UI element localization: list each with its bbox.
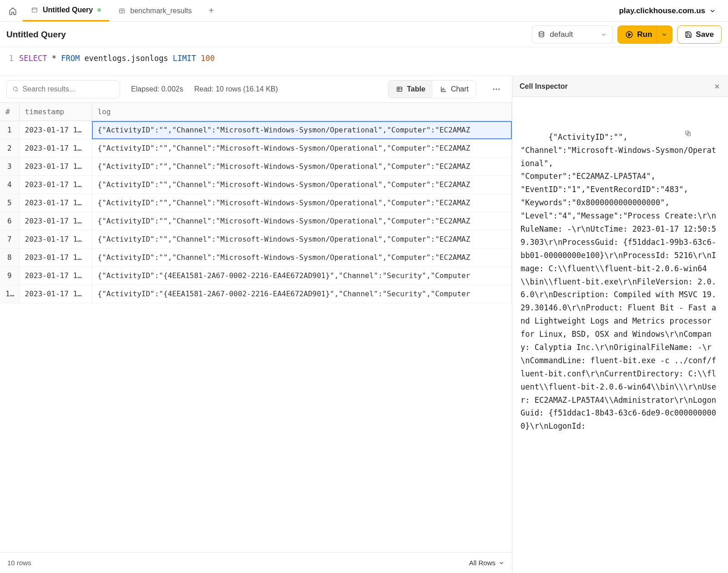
cell-log[interactable]: {"ActivityID":"","Channel":"Microsoft-Wi… (92, 212, 512, 230)
table-row[interactable]: 32023-01-17 1…{"ActivityID":"","Channel"… (0, 157, 512, 176)
play-icon (625, 30, 633, 39)
more-menu-button[interactable] (487, 80, 506, 98)
table-header-row: # timestamp log (0, 103, 512, 121)
table-row[interactable]: 92023-01-17 1…{"ActivityID":"{4EEA1581-2… (0, 267, 512, 285)
cell-timestamp[interactable]: 2023-01-17 1… (19, 194, 92, 212)
table-row[interactable]: 72023-01-17 1…{"ActivityID":"","Channel"… (0, 230, 512, 248)
home-button[interactable] (4, 2, 22, 20)
query-icon (31, 6, 38, 14)
rows-scope-select[interactable]: All Rows (469, 559, 505, 567)
row-index: 2 (0, 139, 19, 157)
col-log-header[interactable]: log (92, 103, 512, 121)
row-count: 10 rows (7, 559, 31, 567)
database-icon (538, 31, 545, 38)
table-row[interactable]: 12023-01-17 1…{"ActivityID":"","Channel"… (0, 121, 512, 139)
run-button[interactable]: Run (617, 25, 660, 44)
table-row[interactable]: 42023-01-17 1…{"ActivityID":"","Channel"… (0, 176, 512, 194)
table-row[interactable]: 82023-01-17 1…{"ActivityID":"","Channel"… (0, 248, 512, 267)
view-table-button[interactable]: Table (389, 81, 433, 98)
results-pane: Elapsed: 0.002s Read: 10 rows (16.14 KB)… (0, 76, 512, 573)
tab-strip: Untitled Query benchmark_results + play.… (0, 0, 728, 22)
search-results[interactable] (6, 80, 120, 98)
search-input[interactable] (22, 85, 114, 93)
row-index: 3 (0, 157, 19, 176)
sql-code: SELECT * FROM eventlogs.jsonlogs LIMIT 1… (19, 52, 215, 65)
cell-log[interactable]: {"ActivityID":"","Channel":"Microsoft-Wi… (92, 157, 512, 176)
chart-icon (440, 86, 447, 93)
svg-point-6 (493, 88, 495, 90)
row-index: 10 (0, 285, 19, 303)
database-select[interactable]: default (532, 25, 613, 44)
rows-scope-label: All Rows (469, 559, 495, 567)
tab-label: benchmark_results (130, 7, 192, 15)
cell-log[interactable]: {"ActivityID":"","Channel":"Microsoft-Wi… (92, 248, 512, 267)
table-row[interactable]: 52023-01-17 1…{"ActivityID":"","Channel"… (0, 194, 512, 212)
svg-point-8 (498, 88, 500, 90)
chevron-down-icon (498, 560, 505, 566)
row-index: 5 (0, 194, 19, 212)
cell-log[interactable]: {"ActivityID":"{4EEA1581-2A67-0002-2216-… (92, 267, 512, 285)
run-dropdown[interactable] (656, 25, 672, 44)
view-table-label: Table (407, 85, 425, 93)
view-chart-button[interactable]: Chart (433, 81, 476, 98)
tab-untitled-query[interactable]: Untitled Query (23, 0, 109, 21)
tab-benchmark-results[interactable]: benchmark_results (110, 0, 200, 21)
table-row[interactable]: 102023-01-17 1…{"ActivityID":"{4EEA1581-… (0, 285, 512, 303)
inspector-close-button[interactable] (713, 83, 721, 90)
svg-point-7 (495, 88, 497, 90)
copy-icon (684, 130, 692, 137)
close-icon (713, 83, 721, 90)
col-timestamp-header[interactable]: timestamp (19, 103, 92, 121)
read-label: Read: 10 rows (16.14 KB) (194, 85, 278, 93)
results-toolbar: Elapsed: 0.002s Read: 10 rows (16.14 KB)… (0, 76, 512, 102)
query-header: Untitled Query default Run Save (0, 22, 728, 47)
cell-log[interactable]: {"ActivityID":"","Channel":"Microsoft-Wi… (92, 139, 512, 157)
query-title: Untitled Query (6, 30, 66, 40)
cell-timestamp[interactable]: 2023-01-17 1… (19, 176, 92, 194)
elapsed-label: Elapsed: 0.002s (131, 85, 183, 93)
svg-rect-0 (32, 8, 37, 12)
cell-timestamp[interactable]: 2023-01-17 1… (19, 157, 92, 176)
cell-timestamp[interactable]: 2023-01-17 1… (19, 212, 92, 230)
cell-log[interactable]: {"ActivityID":"","Channel":"Microsoft-Wi… (92, 121, 512, 139)
main-split: Elapsed: 0.002s Read: 10 rows (16.14 KB)… (0, 76, 728, 573)
chevron-down-icon (601, 31, 607, 38)
results-table: # timestamp log 12023-01-17 1…{"Activity… (0, 103, 512, 303)
plus-icon: + (209, 5, 214, 16)
sql-editor[interactable]: 1 SELECT * FROM eventlogs.jsonlogs LIMIT… (0, 47, 728, 76)
save-button[interactable]: Save (677, 25, 722, 44)
inspector-content: {"ActivityID":"", "Channel":"Microsoft-W… (521, 132, 716, 431)
cell-log[interactable]: {"ActivityID":"","Channel":"Microsoft-Wi… (92, 230, 512, 248)
inspector-body[interactable]: {"ActivityID":"", "Channel":"Microsoft-W… (512, 97, 728, 573)
copy-button[interactable] (684, 103, 722, 163)
row-index: 7 (0, 230, 19, 248)
col-index-header[interactable]: # (0, 103, 19, 121)
chevron-down-icon (709, 7, 716, 15)
cell-timestamp[interactable]: 2023-01-17 1… (19, 267, 92, 285)
cell-timestamp[interactable]: 2023-01-17 1… (19, 230, 92, 248)
cell-timestamp[interactable]: 2023-01-17 1… (19, 248, 92, 267)
cell-timestamp[interactable]: 2023-01-17 1… (19, 285, 92, 303)
svg-point-4 (13, 87, 17, 91)
tab-label: Untitled Query (43, 6, 93, 14)
row-index: 8 (0, 248, 19, 267)
cell-inspector: Cell Inspector {"ActivityID":"", "Channe… (512, 76, 728, 573)
inspector-header: Cell Inspector (512, 76, 728, 97)
row-index: 1 (0, 121, 19, 139)
cell-log[interactable]: {"ActivityID":"{4EEA1581-2A67-0002-2216-… (92, 285, 512, 303)
new-tab-button[interactable]: + (203, 3, 219, 19)
view-switch: Table Chart (388, 80, 476, 98)
dots-icon (492, 85, 501, 94)
cell-timestamp[interactable]: 2023-01-17 1… (19, 121, 92, 139)
line-number: 1 (0, 52, 19, 65)
table-row[interactable]: 62023-01-17 1…{"ActivityID":"","Channel"… (0, 212, 512, 230)
table-row[interactable]: 22023-01-17 1…{"ActivityID":"","Channel"… (0, 139, 512, 157)
cell-log[interactable]: {"ActivityID":"","Channel":"Microsoft-Wi… (92, 194, 512, 212)
run-button-group: Run (617, 25, 672, 44)
cell-log[interactable]: {"ActivityID":"","Channel":"Microsoft-Wi… (92, 176, 512, 194)
results-footer: 10 rows All Rows (0, 552, 512, 573)
view-chart-label: Chart (451, 85, 469, 93)
cell-timestamp[interactable]: 2023-01-17 1… (19, 139, 92, 157)
table-icon (396, 86, 403, 93)
host-selector[interactable]: play.clickhouse.com.us (619, 6, 724, 15)
